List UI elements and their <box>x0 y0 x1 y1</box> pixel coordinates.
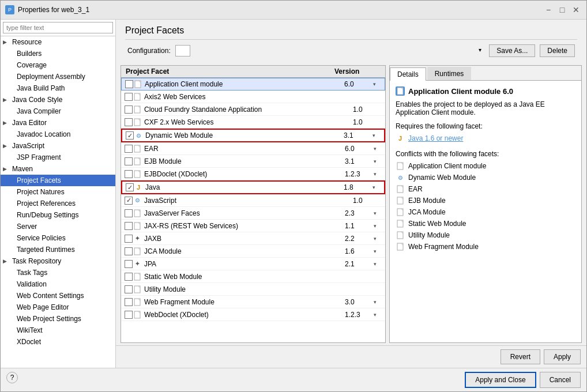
facet-row-jca[interactable]: JCA Module 1.6 ▾ <box>121 245 385 258</box>
facet-dropdown-icon[interactable]: ▾ <box>372 133 381 138</box>
facet-dropdown-icon[interactable]: ▾ <box>374 299 382 305</box>
facet-row-cloud-foundry[interactable]: Cloud Foundry Standalone Application 1.0 <box>121 103 385 116</box>
save-as-button[interactable]: Save As... <box>489 44 535 57</box>
tab-runtimes[interactable]: Runtimes <box>427 67 472 80</box>
facet-checkbox[interactable] <box>125 170 133 178</box>
facet-checkbox[interactable] <box>125 260 133 268</box>
facet-dropdown-icon[interactable]: ▾ <box>374 146 382 152</box>
facet-row-ear[interactable]: EAR 6.0 ▾ <box>121 142 385 155</box>
facet-dropdown-icon[interactable]: ▾ <box>374 159 382 164</box>
facet-dropdown-icon[interactable]: ▾ <box>374 171 382 177</box>
sidebar-item-task-tags[interactable]: Task Tags <box>1 267 115 278</box>
sidebar-item-java-build-path[interactable]: Java Build Path <box>1 82 115 94</box>
sidebar-item-deployment-assembly[interactable]: Deployment Assembly <box>1 71 115 82</box>
facet-checkbox-javascript[interactable] <box>125 197 133 205</box>
facet-row-ejbdoclet[interactable]: EJBDoclet (XDoclet) 1.2.3 ▾ <box>121 168 385 180</box>
sidebar-item-web-page-editor[interactable]: Web Page Editor <box>1 301 115 313</box>
facet-row-cxf[interactable]: CXF 2.x Web Services 1.0 <box>121 116 385 129</box>
sidebar-item-builders[interactable]: Builders <box>1 48 115 59</box>
window-title: Properties for web_3_1 <box>18 6 539 14</box>
sidebar-item-project-references[interactable]: Project References <box>1 198 115 209</box>
sidebar-item-jsp-fragment[interactable]: JSP Fragment <box>1 152 115 163</box>
sidebar-item-run-debug[interactable]: Run/Debug Settings <box>1 209 115 221</box>
close-button[interactable]: ✕ <box>570 4 582 16</box>
apply-and-close-button[interactable]: Apply and Close <box>465 372 536 388</box>
facet-row-java[interactable]: J Java 1.8 ▾ <box>121 180 385 194</box>
sidebar-item-java-compiler[interactable]: Java Compiler <box>1 105 115 117</box>
arrow-icon: ▶ <box>3 97 10 103</box>
facet-dropdown-icon[interactable]: ▾ <box>374 248 382 254</box>
facet-checkbox[interactable] <box>125 285 133 293</box>
facet-row-web-fragment[interactable]: Web Fragment Module 3.0 ▾ <box>121 296 385 308</box>
sidebar-item-java-code-style[interactable]: ▶ Java Code Style <box>1 94 115 105</box>
facet-dropdown-icon[interactable]: ▾ <box>374 223 382 229</box>
sidebar-item-coverage[interactable]: Coverage <box>1 59 115 71</box>
facet-row-jaxb[interactable]: ✦ JAXB 2.2 ▾ <box>121 232 385 245</box>
facet-row-javascript[interactable]: ⚙ JavaScript 1.0 <box>121 194 385 207</box>
facet-row-webdoclet[interactable]: WebDoclet (XDoclet) 1.2.3 ▾ <box>121 308 385 321</box>
facet-row-jpa[interactable]: ✦ JPA 2.1 ▾ <box>121 258 385 270</box>
facet-checkbox[interactable] <box>125 235 133 243</box>
facet-dropdown-icon[interactable]: ▾ <box>374 236 382 242</box>
facet-row-static-web[interactable]: Static Web Module <box>121 270 385 283</box>
revert-button[interactable]: Revert <box>501 349 540 364</box>
sidebar-item-java-editor[interactable]: ▶ Java Editor <box>1 117 115 129</box>
facet-checkbox[interactable] <box>125 298 133 306</box>
facet-version: 1.0 <box>353 197 382 205</box>
sidebar-item-project-facets[interactable]: Project Facets <box>1 175 115 186</box>
facet-checkbox-axis2[interactable] <box>125 93 133 101</box>
facet-checkbox[interactable] <box>125 145 133 153</box>
sidebar-item-project-natures[interactable]: Project Natures <box>1 186 115 198</box>
facet-row-jsf[interactable]: JavaServer Faces 2.3 ▾ <box>121 207 385 220</box>
facet-checkbox[interactable] <box>125 247 133 255</box>
facet-name: JAXB <box>144 235 345 243</box>
facet-row-axis2[interactable]: Axis2 Web Services <box>121 91 385 103</box>
filter-input[interactable] <box>3 22 113 33</box>
sidebar-item-javadoc-location[interactable]: Javadoc Location <box>1 129 115 140</box>
facet-row-ejb[interactable]: EJB Module 3.1 ▾ <box>121 155 385 168</box>
sidebar-item-targeted-runtimes[interactable]: Targeted Runtimes <box>1 244 115 255</box>
apply-button[interactable]: Apply <box>544 349 581 364</box>
facet-checkbox-java[interactable] <box>126 183 134 191</box>
facet-dropdown-icon[interactable]: ▾ <box>374 261 382 267</box>
sidebar-item-task-repository[interactable]: ▶ Task Repository <box>1 255 115 267</box>
facet-checkbox[interactable] <box>125 118 133 126</box>
sidebar-item-maven[interactable]: ▶ Maven <box>1 163 115 175</box>
facet-row-app-client[interactable]: Application Client module 6.0 ▾ <box>121 78 385 91</box>
facet-checkbox-app-client[interactable] <box>125 80 133 88</box>
facet-checkbox[interactable] <box>125 273 133 281</box>
facet-icon-page <box>133 297 142 307</box>
facet-row-dynamic-web[interactable]: ⚙ Dynamic Web Module 3.1 ▾ <box>121 129 385 142</box>
facet-checkbox[interactable] <box>125 209 133 217</box>
facet-row-jaxrs[interactable]: JAX-RS (REST Web Services) 1.1 ▾ <box>121 220 385 232</box>
facet-name: CXF 2.x Web Services <box>144 118 353 126</box>
facet-dropdown-icon[interactable]: ▾ <box>374 312 382 318</box>
sidebar-item-wikitext[interactable]: WikiText <box>1 325 115 336</box>
facet-icon-page <box>133 144 142 153</box>
config-select[interactable] <box>175 45 190 56</box>
delete-button[interactable]: Delete <box>540 44 575 57</box>
sidebar-item-javascript[interactable]: ▶ JavaScript <box>1 140 115 152</box>
facet-dropdown-icon[interactable]: ▾ <box>374 210 382 216</box>
sidebar-item-server[interactable]: Server <box>1 221 115 232</box>
facet-checkbox-dynamic-web[interactable] <box>126 131 134 140</box>
minimize-button[interactable]: − <box>543 4 554 16</box>
page-icon <box>396 219 405 228</box>
facet-checkbox[interactable] <box>125 105 133 114</box>
cancel-button[interactable]: Cancel <box>540 372 581 388</box>
sidebar-item-service-policies[interactable]: Service Policies <box>1 232 115 244</box>
tab-details[interactable]: Details <box>390 67 426 81</box>
facet-row-utility[interactable]: Utility Module <box>121 283 385 296</box>
sidebar-item-resource[interactable]: ▶ Resource <box>1 36 115 48</box>
facet-checkbox[interactable] <box>125 157 133 165</box>
sidebar-item-web-content-settings[interactable]: Web Content Settings <box>1 290 115 301</box>
sidebar-item-validation[interactable]: Validation <box>1 278 115 290</box>
sidebar-item-web-project-settings[interactable]: Web Project Settings <box>1 313 115 325</box>
details-title-text: Application Client module 6.0 <box>408 87 513 96</box>
facet-dropdown-icon[interactable]: ▾ <box>372 184 381 190</box>
maximize-button[interactable]: □ <box>556 4 568 16</box>
facet-checkbox[interactable] <box>125 311 133 319</box>
facet-dropdown-icon[interactable]: ▾ <box>373 81 381 87</box>
sidebar-item-xdoclet[interactable]: XDoclet <box>1 336 115 348</box>
facet-checkbox[interactable] <box>125 222 133 230</box>
